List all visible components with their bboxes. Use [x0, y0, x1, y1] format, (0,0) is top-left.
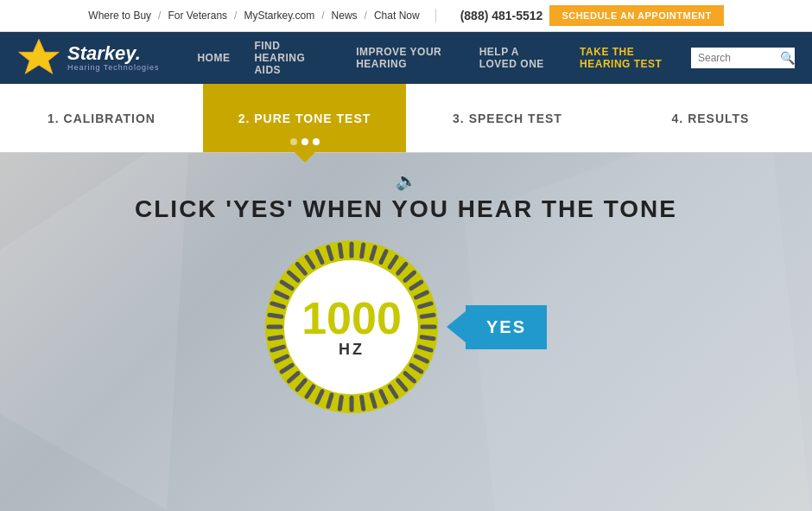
svg-line-29 — [289, 374, 298, 381]
phone-number: (888) 481-5512 — [460, 9, 543, 22]
svg-line-9 — [416, 292, 428, 297]
svg-line-2 — [362, 245, 364, 257]
step-calibration[interactable]: 1. CALIBRATION — [0, 84, 203, 152]
sep3: / — [321, 10, 324, 22]
svg-line-37 — [276, 292, 288, 297]
nav-home[interactable]: HOME — [185, 32, 242, 84]
svg-line-24 — [339, 397, 341, 409]
svg-line-30 — [282, 365, 292, 372]
nav-links: HOME FIND HEARING AIDS IMPROVE YOUR HEAR… — [185, 32, 691, 84]
nav-find-hearing-aids[interactable]: FIND HEARING AIDS — [242, 32, 344, 84]
logo-text: Starkey. Hearing Technologies — [67, 44, 159, 72]
step-4-label: RESULTS — [688, 112, 749, 125]
step-1-number: 1. — [48, 112, 64, 125]
svg-line-35 — [270, 315, 282, 316]
svg-line-42 — [317, 252, 322, 263]
instruction-text: CLICK 'YES' WHEN YOU HEAR THE TONE — [135, 195, 677, 223]
svg-line-16 — [411, 365, 422, 372]
svg-line-10 — [420, 303, 431, 307]
svg-line-41 — [307, 257, 314, 267]
svg-line-28 — [297, 380, 305, 390]
for-veterans-link[interactable]: For Veterans — [168, 10, 227, 22]
svg-line-14 — [420, 347, 431, 350]
nav-take-hearing-test[interactable]: TAKE THE HEARING TEST — [568, 32, 691, 84]
brand-name: Starkey. — [67, 44, 159, 63]
where-to-buy-link[interactable]: Where to Buy — [88, 10, 151, 22]
svg-line-36 — [272, 303, 283, 307]
frequency-unit: HZ — [339, 341, 365, 359]
volume-icon: 🔊 — [396, 170, 417, 191]
svg-line-17 — [405, 374, 415, 381]
svg-line-31 — [276, 356, 288, 361]
svg-line-25 — [328, 395, 332, 406]
svg-line-32 — [272, 347, 283, 350]
sep2: / — [234, 10, 237, 22]
svg-line-5 — [390, 257, 396, 267]
svg-line-39 — [289, 272, 298, 280]
sep1: / — [158, 10, 161, 22]
brand-subtitle: Hearing Technologies — [67, 63, 159, 72]
svg-marker-0 — [19, 39, 60, 73]
step-2-number: 2. — [238, 112, 255, 125]
svg-line-3 — [371, 247, 375, 259]
step-speech-test[interactable]: 3. SPEECH TEST — [406, 84, 609, 152]
logo-area: Starkey. Hearing Technologies — [17, 36, 159, 80]
svg-line-7 — [405, 272, 415, 280]
nav-bar: Starkey. Hearing Technologies HOME FIND … — [0, 32, 812, 84]
search-box: 🔍 — [691, 48, 795, 68]
nav-help-loved-one[interactable]: HELP A LOVED ONE — [467, 32, 568, 84]
svg-line-18 — [398, 380, 406, 390]
svg-line-40 — [297, 264, 305, 273]
yes-button[interactable]: YES — [466, 305, 547, 349]
svg-line-4 — [381, 252, 386, 263]
yes-button-area: YES — [447, 305, 547, 349]
step-3-label: SPEECH TEST — [469, 112, 562, 125]
step-pure-tone-test[interactable]: 2. PURE TONE TEST — [203, 84, 406, 152]
svg-line-19 — [390, 386, 396, 397]
starkey-logo-icon — [17, 36, 60, 80]
step-results[interactable]: 4. RESULTS — [609, 84, 812, 152]
step-dots — [290, 138, 320, 145]
top-bar: Where to Buy / For Veterans / MyStarkey.… — [0, 0, 812, 32]
step-2-label: PURE TONE TEST — [254, 112, 371, 125]
svg-line-20 — [381, 392, 386, 403]
svg-line-33 — [270, 337, 282, 339]
steps-bar: 1. CALIBRATION 2. PURE TONE TEST 3. SPEE… — [0, 84, 812, 153]
mystarkey-link[interactable]: MyStarkey.com — [244, 10, 314, 22]
svg-line-8 — [411, 282, 422, 289]
nav-improve-hearing[interactable]: IMPROVE YOUR HEARING — [344, 32, 467, 84]
svg-line-38 — [282, 282, 292, 289]
svg-line-43 — [328, 247, 332, 259]
svg-line-15 — [416, 356, 428, 361]
frequency-value: 1000 — [301, 296, 402, 341]
yes-arrow-icon — [447, 311, 466, 342]
svg-line-6 — [398, 264, 406, 273]
dial-container: 1000 HZ YES — [265, 240, 547, 413]
vertical-divider — [435, 9, 436, 22]
news-link[interactable]: News — [332, 10, 358, 22]
dot-3 — [313, 138, 320, 145]
svg-line-21 — [371, 395, 375, 406]
sep4: / — [365, 10, 367, 22]
dot-1 — [290, 138, 297, 145]
dial-inner: 1000 HZ — [284, 260, 418, 394]
search-icon[interactable]: 🔍 — [780, 51, 795, 65]
svg-line-27 — [307, 386, 314, 397]
step-4-number: 4. — [672, 112, 688, 125]
main-content: 🔊 CLICK 'YES' WHEN YOU HEAR THE TONE 100… — [0, 153, 812, 511]
svg-line-13 — [422, 337, 434, 339]
search-input[interactable] — [698, 52, 780, 64]
dot-2 — [301, 138, 308, 145]
schedule-appointment-button[interactable]: SCHEDULE AN APPOINTMENT — [549, 5, 723, 26]
step-3-number: 3. — [453, 112, 469, 125]
frequency-dial: 1000 HZ — [265, 240, 438, 413]
svg-line-44 — [339, 245, 341, 257]
chat-now-link[interactable]: Chat Now — [374, 10, 420, 22]
svg-line-26 — [317, 392, 322, 403]
svg-line-22 — [362, 397, 364, 409]
step-1-label: CALIBRATION — [64, 112, 155, 125]
svg-line-11 — [422, 315, 434, 316]
